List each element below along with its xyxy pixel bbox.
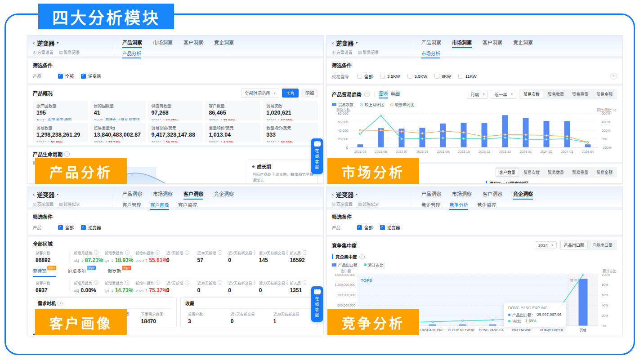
settings-button[interactable]: ◎方案设置 [332, 49, 353, 55]
checkbox[interactable] [58, 225, 63, 230]
info-icon[interactable]: i [94, 280, 98, 285]
sub-tab-竞争分析[interactable]: 竞争分析 [449, 201, 468, 210]
back-chevron-icon[interactable]: ‹ [33, 191, 35, 198]
records-button[interactable]: ▤贸易记录 [358, 49, 379, 55]
settings-button[interactable]: ◎方案设置 [33, 49, 54, 55]
view-card-button[interactable]: 卡片 [282, 89, 299, 98]
main-tab-产品洞察[interactable]: 产品洞察 [421, 190, 441, 200]
checkbox-option[interactable]: 逆变器 [380, 224, 400, 231]
checkbox[interactable] [434, 74, 439, 79]
legend-item-累计占比[interactable]: 累计占比 [364, 262, 384, 267]
main-tab-市场洞察[interactable]: 市场洞察 [452, 190, 472, 200]
main-tab-竞企洞察[interactable]: 竞企洞察 [214, 39, 234, 48]
back-chevron-icon[interactable]: ‹ [33, 40, 35, 46]
chevron-down-icon[interactable]: ▾ [57, 192, 58, 196]
info-icon[interactable]: i [286, 280, 288, 285]
view-detail-button[interactable]: 明细 [301, 89, 318, 98]
main-tab-客户洞察[interactable]: 客户洞察 [183, 39, 203, 48]
sub-tab-客户画像[interactable]: 客户画像 [150, 201, 169, 210]
checkbox[interactable] [357, 225, 362, 230]
support-button[interactable]: 在线客服 [311, 138, 323, 174]
info-icon[interactable]: i [64, 151, 70, 157]
chevron-down-icon[interactable]: ▾ [57, 41, 58, 45]
back-chevron-icon[interactable]: ‹ [332, 40, 334, 46]
main-tab-竞企洞察[interactable]: 竞企洞察 [513, 39, 533, 48]
metric-card[interactable]: 供应商数量97,2682024：↑ 32.85% [148, 101, 203, 120]
legend-item-较去年同比[interactable]: 较去年同比 [390, 102, 415, 107]
sub-tab-竞企监控[interactable]: 竞企监控 [477, 201, 496, 210]
main-tab-竞企洞察[interactable]: 竞企洞察 [513, 190, 533, 200]
checkbox-option[interactable]: 3.5KW [380, 74, 400, 79]
year-select[interactable]: 2024 ▾ [535, 241, 557, 249]
info-icon[interactable]: i [359, 254, 365, 259]
support-button[interactable]: 在线客服 [311, 286, 323, 322]
country-tab-菲律宾[interactable]: 菲律宾Top1 [33, 267, 56, 277]
info-icon[interactable]: i [125, 250, 129, 255]
main-tab-产品洞察[interactable]: 产品洞察 [421, 39, 441, 48]
info-icon[interactable]: i [185, 280, 189, 285]
scheme-title[interactable]: 逆变器 [336, 39, 353, 47]
sub-tab-竞企管理[interactable]: 竞企管理 [421, 201, 440, 210]
chevron-down-icon[interactable]: ▾ [356, 41, 358, 45]
checkbox-option[interactable]: 8KW [434, 74, 451, 79]
settings-button[interactable]: ◎方案设置 [332, 201, 353, 207]
info-icon[interactable]: i [218, 280, 222, 285]
info-icon[interactable]: i [218, 250, 222, 255]
info-icon[interactable]: i [156, 250, 160, 255]
metric-card[interactable]: 客户数量86,4652024：↑ 37.96% [205, 101, 260, 120]
info-icon[interactable]: i [303, 280, 307, 285]
scheme-title[interactable]: 逆变器 [37, 190, 54, 199]
trade-trend-chart[interactable]: 贸易次数环比/同比: %020,00040,00060,00080,000-20… [332, 108, 617, 159]
metric-button-贸易次数[interactable]: 贸易次数 [520, 90, 543, 98]
metric-card[interactable]: 重量均价/美元1,013.042024：↑ 4.21% [205, 123, 260, 142]
metric-card[interactable]: 数量均价/美元3332024：↑ 33.20% [263, 123, 318, 142]
main-tab-产品洞察[interactable]: 产品洞察 [122, 190, 142, 200]
checkbox[interactable] [81, 225, 86, 230]
checkbox[interactable] [380, 74, 385, 79]
records-button[interactable]: ▤贸易记录 [59, 49, 80, 55]
tab-detail-view[interactable]: 明细 [391, 90, 400, 98]
country-tab-俄罗斯[interactable]: 俄罗斯Top3 [107, 267, 131, 277]
metric-card[interactable]: 目的国数量41Top3：菲律宾 土耳其 阿富汗 [90, 101, 146, 120]
scheme-title[interactable]: 逆变器 [336, 190, 353, 199]
info-icon[interactable]: i [254, 280, 255, 285]
card-links[interactable]: 中国 美国 德国 [48, 118, 71, 121]
checkbox[interactable] [357, 74, 362, 79]
metric-card[interactable]: 贸易总额/美元9,417,328,147.882024：↑ 59.71% [148, 123, 203, 142]
expand-filter-icon[interactable]: + [610, 73, 617, 80]
records-button[interactable]: ▤贸易记录 [59, 201, 80, 207]
metric-card[interactable]: 贸易数量1,298,238,261.292024：↑ 52.89% [33, 123, 88, 142]
checkbox[interactable] [58, 74, 63, 79]
checkbox[interactable] [458, 74, 463, 79]
main-tab-市场洞察[interactable]: 市场洞察 [153, 39, 173, 48]
metric-button-贸易重量[interactable]: 贸易重量 [568, 168, 592, 177]
scheme-title[interactable]: 逆变器 [37, 39, 54, 47]
legend-item-贸易次数[interactable]: 贸易次数 [332, 102, 353, 107]
checkbox[interactable] [380, 225, 385, 230]
settings-button[interactable]: ◎方案设置 [33, 201, 54, 207]
sub-tab-市场分析[interactable]: 市场分析 [421, 50, 440, 58]
checkbox-option[interactable]: 全部 [357, 224, 373, 231]
info-icon[interactable]: i [94, 250, 98, 255]
info-icon[interactable]: i [286, 250, 288, 255]
checkbox-option[interactable]: 逆变器 [81, 73, 101, 79]
stage-card[interactable]: 成长期目标产品处于成长期，整体趋势呈快速增长 [248, 160, 318, 184]
country-tab-厄瓜多尔[interactable]: 厄瓜多尔Top2 [68, 267, 96, 277]
time-range-select[interactable]: 全部时间范围 ▾ [241, 89, 279, 98]
checkbox-option[interactable]: 全部 [58, 224, 74, 231]
metric-button-产品出口量[interactable]: 产品出口量 [589, 241, 616, 249]
metric-button-贸易重量[interactable]: 贸易重量 [568, 90, 592, 98]
info-icon[interactable]: i [156, 280, 160, 285]
metric-card[interactable]: 贸易次数1,020,6212024：↑ 67.95% [263, 101, 318, 120]
info-icon[interactable]: i [364, 92, 370, 97]
legend-item-产品出口额[interactable]: 产品出口额 [332, 262, 358, 267]
records-button[interactable]: ▤贸易记录 [358, 201, 379, 207]
checkbox[interactable] [81, 74, 86, 79]
main-tab-市场洞察[interactable]: 市场洞察 [452, 39, 472, 48]
card-links[interactable]: 菲律宾 土耳其 阿富汗 [105, 118, 139, 121]
main-tab-客户洞察[interactable]: 客户洞察 [483, 190, 502, 200]
metric-button-贸易金额[interactable]: 贸易金额 [593, 90, 616, 98]
legend-item-较上月环比[interactable]: 较上月环比 [360, 102, 384, 107]
info-icon[interactable]: i [303, 250, 307, 255]
metric-card[interactable]: 贸易重量/kg13,840,483,002.872024：↑ 77.52% [90, 123, 146, 142]
